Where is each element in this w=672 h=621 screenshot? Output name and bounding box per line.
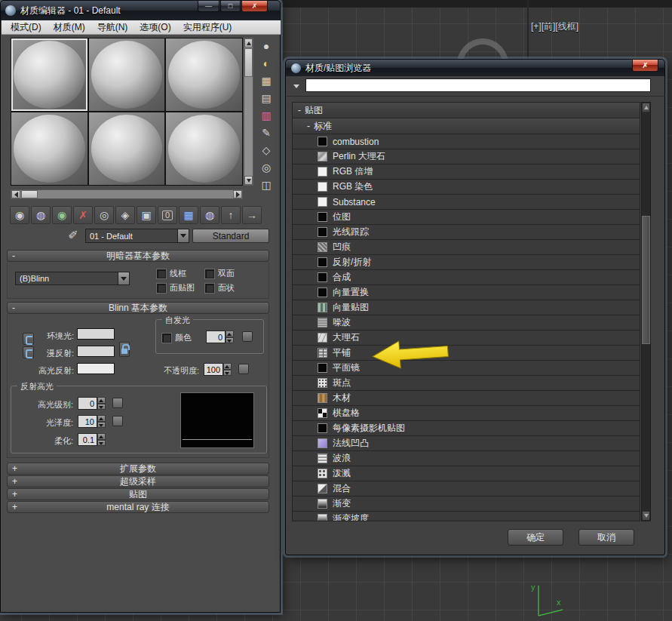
spinner-up-icon[interactable] [97,397,106,404]
go-forward-button[interactable]: → [242,206,262,224]
rollout-shader-basic-header[interactable]: - 明暗器基本参数 [7,250,269,262]
rollout-supersampling[interactable]: + 超级采样 [7,475,269,487]
material-sample-slot-active[interactable] [11,38,87,111]
self-illum-color-checkbox[interactable] [162,334,171,343]
get-material-button[interactable]: ◉ [10,206,29,224]
map-item[interactable]: 平面镜 [293,361,640,376]
reset-map-button[interactable]: ✗ [73,206,93,224]
sample-horizontal-scrollbar[interactable] [11,189,243,199]
browser-options-arrow[interactable] [293,81,304,91]
menu-mode[interactable]: 模式(D) [5,20,48,35]
show-map-viewport-button[interactable]: ▦ [179,206,198,224]
glossiness-spinner[interactable]: 10 [78,415,106,428]
faceted-checkbox[interactable] [205,284,214,293]
map-group-header[interactable]: - 贴图 [293,103,640,118]
spinner-down-icon[interactable] [97,404,106,410]
spinner-down-icon[interactable] [226,337,234,344]
material-sample-slot[interactable] [89,112,165,185]
sample-type-button[interactable]: ● [256,38,276,54]
maximize-button[interactable]: □ [220,1,241,12]
material-navigator-button[interactable]: ◫ [256,177,276,192]
spinner-up-icon[interactable] [97,433,106,440]
sample-uv-tiling-button[interactable]: ▤ [256,90,276,106]
scroll-up-button[interactable] [244,38,253,48]
specular-level-value[interactable]: 0 [78,397,97,410]
map-item[interactable]: combustion [293,134,640,149]
material-type-button[interactable]: Standard [192,229,269,243]
put-to-library-button[interactable]: ▣ [137,206,156,224]
map-item[interactable]: 大理石 [293,330,640,346]
wireframe-checkbox[interactable] [157,269,166,278]
specular-level-spinner[interactable]: 0 [78,397,106,410]
map-item[interactable]: 法线凹凸 [293,436,640,451]
map-item[interactable]: 光线跟踪 [293,225,640,240]
map-item[interactable]: 向量贴图 [293,300,640,315]
scroll-up-button[interactable] [642,103,650,112]
map-item[interactable]: Substance [293,195,640,210]
ambient-color-swatch[interactable] [77,328,115,340]
scroll-thumb[interactable] [244,48,253,77]
background-button[interactable]: ▦ [256,72,276,88]
soften-spinner[interactable]: 0.1 [78,433,106,446]
make-copy-button[interactable]: ◎ [94,206,114,224]
map-item[interactable]: 每像素摄影机贴图 [293,421,640,436]
material-sample-slot[interactable] [166,38,242,111]
map-item[interactable]: RGB 染色 [293,180,640,195]
spinner-down-icon[interactable] [97,440,106,447]
map-item[interactable]: 棋盘格 [293,406,640,421]
map-item[interactable]: 位图 [293,210,640,225]
list-scrollbar[interactable] [641,102,651,521]
map-item[interactable]: 凹痕 [293,240,640,255]
face-map-checkbox[interactable] [157,284,166,293]
browser-titlebar[interactable]: 材质/贴图浏览器 [286,60,664,76]
map-item[interactable]: Perlin 大理石 [293,149,640,164]
map-subgroup-header[interactable]: - 标准 [293,118,640,134]
scroll-thumb[interactable] [642,216,650,344]
soften-value[interactable]: 0.1 [78,433,97,446]
rollout-maps[interactable]: + 贴图 [7,488,269,500]
map-item[interactable]: RGB 倍增 [293,164,640,180]
spinner-down-icon[interactable] [223,370,232,377]
map-item[interactable]: 木材 [293,391,640,406]
map-item[interactable]: 噪波 [293,315,640,330]
spinner-down-icon[interactable] [97,422,106,429]
self-illum-value[interactable]: 0 [206,330,226,343]
map-item[interactable]: 泼溅 [293,466,640,481]
map-item-tiles[interactable]: 平铺 [293,346,640,361]
search-input[interactable] [305,78,651,92]
video-color-check-button[interactable]: ▥ [256,107,276,123]
material-name-dropdown[interactable]: 01 - Default [85,229,189,243]
opacity-map-button[interactable] [238,364,249,374]
opacity-spinner[interactable]: 100 [204,363,232,376]
self-illum-spinner[interactable]: 0 [206,330,234,343]
rollout-mentalray[interactable]: + mental ray 连接 [7,501,269,513]
scroll-down-button[interactable] [642,511,650,521]
menu-material[interactable]: 材质(M) [48,20,91,35]
minimize-button[interactable]: — [198,1,219,12]
map-item[interactable]: 渐变 [293,496,640,512]
spinner-up-icon[interactable] [97,415,106,422]
shader-type-dropdown[interactable]: (B)Blinn [15,272,130,285]
menu-options[interactable]: 选项(O) [133,20,176,35]
self-illum-map-button[interactable] [242,331,253,342]
glossiness-value[interactable]: 10 [78,415,97,428]
browser-close-button[interactable]: ✗ [632,60,658,72]
specular-level-map-button[interactable] [112,398,123,408]
sample-scroll-right-button[interactable] [233,190,242,198]
map-item[interactable]: 斑点 [293,376,640,391]
material-id-button[interactable]: 0 [158,206,177,224]
viewport-label[interactable]: [+][前][线框] [531,20,578,33]
cancel-button[interactable]: 取消 [578,529,634,546]
menu-navigation[interactable]: 导航(N) [91,20,134,35]
material-sample-slot[interactable] [89,38,165,111]
rollout-blinn-basic-header[interactable]: - Blinn 基本参数 [7,302,269,314]
make-unique-button[interactable]: ◈ [115,206,135,224]
map-item[interactable]: 渐变坡度 [293,512,640,521]
diffuse-color-swatch[interactable] [77,346,115,357]
go-to-parent-button[interactable]: ↑ [221,206,241,224]
glossiness-map-button[interactable] [112,416,123,426]
opacity-value[interactable]: 100 [204,363,223,376]
show-end-result-button[interactable]: ◍ [200,206,219,224]
assign-material-button[interactable]: ◉ [52,206,72,224]
menu-utilities[interactable]: 实用程序(U) [177,20,238,35]
